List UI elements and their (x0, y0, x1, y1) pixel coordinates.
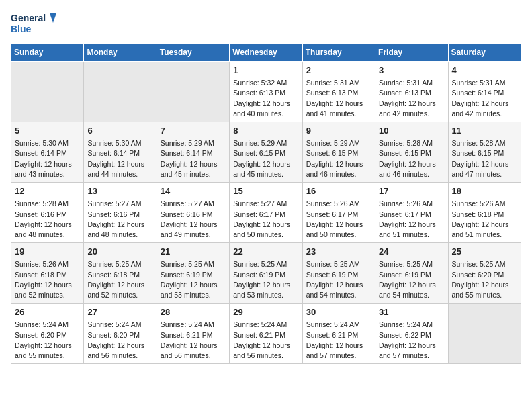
calendar-cell: 22Sunrise: 5:25 AM Sunset: 6:19 PM Dayli… (230, 243, 302, 304)
day-number: 20 (87, 246, 152, 258)
day-detail: Sunrise: 5:24 AM Sunset: 6:21 PM Dayligh… (161, 320, 226, 361)
calendar-cell: 30Sunrise: 5:24 AM Sunset: 6:21 PM Dayli… (302, 304, 375, 364)
day-detail: Sunrise: 5:31 AM Sunset: 6:13 PM Dayligh… (379, 78, 444, 119)
day-detail: Sunrise: 5:29 AM Sunset: 6:14 PM Dayligh… (161, 138, 226, 179)
calendar-cell: 13Sunrise: 5:27 AM Sunset: 6:16 PM Dayli… (84, 183, 157, 243)
day-detail: Sunrise: 5:31 AM Sunset: 6:14 PM Dayligh… (452, 78, 517, 119)
svg-text:General: General (11, 13, 46, 24)
calendar-cell: 17Sunrise: 5:26 AM Sunset: 6:17 PM Dayli… (375, 183, 448, 243)
day-number: 28 (161, 306, 226, 318)
weekday-header: Monday (84, 44, 157, 62)
day-number: 15 (233, 185, 298, 197)
day-number: 7 (161, 125, 226, 137)
calendar-cell: 26Sunrise: 5:24 AM Sunset: 6:20 PM Dayli… (11, 304, 84, 364)
day-number: 23 (306, 246, 371, 258)
logo: General Blue (11, 11, 58, 38)
calendar-cell: 10Sunrise: 5:28 AM Sunset: 6:15 PM Dayli… (375, 122, 448, 183)
weekday-header: Friday (375, 44, 448, 62)
day-number: 8 (233, 125, 298, 137)
weekday-header: Thursday (302, 44, 375, 62)
weekday-header: Tuesday (157, 44, 229, 62)
calendar-cell: 16Sunrise: 5:26 AM Sunset: 6:17 PM Dayli… (302, 183, 375, 243)
day-detail: Sunrise: 5:24 AM Sunset: 6:20 PM Dayligh… (87, 320, 152, 361)
calendar-cell: 28Sunrise: 5:24 AM Sunset: 6:21 PM Dayli… (157, 304, 229, 364)
svg-text:Blue: Blue (11, 24, 32, 34)
day-number: 14 (161, 185, 226, 197)
day-detail: Sunrise: 5:29 AM Sunset: 6:15 PM Dayligh… (306, 138, 371, 179)
calendar-cell: 8Sunrise: 5:29 AM Sunset: 6:15 PM Daylig… (230, 122, 302, 183)
calendar-week-row: 1Sunrise: 5:32 AM Sunset: 6:13 PM Daylig… (11, 62, 521, 122)
day-number: 12 (15, 185, 80, 197)
calendar-cell: 15Sunrise: 5:27 AM Sunset: 6:17 PM Dayli… (230, 183, 302, 243)
day-number: 5 (15, 125, 80, 137)
day-detail: Sunrise: 5:28 AM Sunset: 6:16 PM Dayligh… (15, 199, 80, 240)
day-detail: Sunrise: 5:31 AM Sunset: 6:13 PM Dayligh… (306, 78, 371, 119)
day-number: 16 (306, 185, 371, 197)
day-detail: Sunrise: 5:29 AM Sunset: 6:15 PM Dayligh… (233, 138, 298, 179)
calendar-cell: 12Sunrise: 5:28 AM Sunset: 6:16 PM Dayli… (11, 183, 84, 243)
day-detail: Sunrise: 5:25 AM Sunset: 6:19 PM Dayligh… (161, 259, 226, 300)
calendar-week-row: 26Sunrise: 5:24 AM Sunset: 6:20 PM Dayli… (11, 304, 521, 364)
calendar-cell: 29Sunrise: 5:24 AM Sunset: 6:21 PM Dayli… (230, 304, 302, 364)
day-number: 17 (379, 185, 444, 197)
svg-marker-2 (50, 13, 56, 23)
calendar-cell: 9Sunrise: 5:29 AM Sunset: 6:15 PM Daylig… (302, 122, 375, 183)
calendar-cell: 27Sunrise: 5:24 AM Sunset: 6:20 PM Dayli… (84, 304, 157, 364)
day-number: 11 (452, 125, 517, 137)
day-number: 4 (452, 64, 517, 77)
day-number: 6 (87, 125, 152, 137)
day-detail: Sunrise: 5:25 AM Sunset: 6:19 PM Dayligh… (306, 259, 371, 300)
day-detail: Sunrise: 5:32 AM Sunset: 6:13 PM Dayligh… (233, 78, 298, 119)
logo-svg: General Blue (11, 11, 58, 38)
calendar-cell: 19Sunrise: 5:26 AM Sunset: 6:18 PM Dayli… (11, 243, 84, 304)
day-detail: Sunrise: 5:24 AM Sunset: 6:22 PM Dayligh… (379, 320, 444, 361)
weekday-header: Saturday (448, 44, 521, 62)
calendar-cell: 11Sunrise: 5:28 AM Sunset: 6:15 PM Dayli… (448, 122, 521, 183)
weekday-header: Sunday (11, 44, 84, 62)
calendar-cell: 18Sunrise: 5:26 AM Sunset: 6:18 PM Dayli… (448, 183, 521, 243)
calendar-week-row: 12Sunrise: 5:28 AM Sunset: 6:16 PM Dayli… (11, 183, 521, 243)
day-number: 1 (233, 64, 298, 77)
day-detail: Sunrise: 5:28 AM Sunset: 6:15 PM Dayligh… (379, 138, 444, 179)
calendar-week-row: 5Sunrise: 5:30 AM Sunset: 6:14 PM Daylig… (11, 122, 521, 183)
day-number: 26 (15, 306, 80, 318)
day-number: 29 (233, 306, 298, 318)
calendar-cell (157, 62, 229, 122)
day-detail: Sunrise: 5:26 AM Sunset: 6:18 PM Dayligh… (15, 259, 80, 300)
day-detail: Sunrise: 5:26 AM Sunset: 6:18 PM Dayligh… (452, 199, 517, 240)
day-detail: Sunrise: 5:25 AM Sunset: 6:18 PM Dayligh… (87, 259, 152, 300)
day-number: 22 (233, 246, 298, 258)
day-number: 2 (306, 64, 371, 77)
calendar-table: SundayMondayTuesdayWednesdayThursdayFrid… (11, 43, 521, 364)
day-number: 25 (452, 246, 517, 258)
day-detail: Sunrise: 5:27 AM Sunset: 6:16 PM Dayligh… (161, 199, 226, 240)
day-detail: Sunrise: 5:24 AM Sunset: 6:21 PM Dayligh… (306, 320, 371, 361)
calendar-cell: 31Sunrise: 5:24 AM Sunset: 6:22 PM Dayli… (375, 304, 448, 364)
day-detail: Sunrise: 5:24 AM Sunset: 6:21 PM Dayligh… (233, 320, 298, 361)
calendar-cell: 23Sunrise: 5:25 AM Sunset: 6:19 PM Dayli… (302, 243, 375, 304)
calendar-cell: 21Sunrise: 5:25 AM Sunset: 6:19 PM Dayli… (157, 243, 229, 304)
day-detail: Sunrise: 5:25 AM Sunset: 6:20 PM Dayligh… (452, 259, 517, 300)
day-number: 30 (306, 306, 371, 318)
calendar-cell: 5Sunrise: 5:30 AM Sunset: 6:14 PM Daylig… (11, 122, 84, 183)
day-number: 21 (161, 246, 226, 258)
day-detail: Sunrise: 5:27 AM Sunset: 6:16 PM Dayligh… (87, 199, 152, 240)
weekday-header: Wednesday (230, 44, 302, 62)
day-detail: Sunrise: 5:25 AM Sunset: 6:19 PM Dayligh… (379, 259, 444, 300)
day-number: 3 (379, 64, 444, 77)
calendar-cell (84, 62, 157, 122)
calendar-cell (11, 62, 84, 122)
page-header: General Blue (11, 11, 521, 38)
day-number: 27 (87, 306, 152, 318)
day-detail: Sunrise: 5:30 AM Sunset: 6:14 PM Dayligh… (87, 138, 152, 179)
day-detail: Sunrise: 5:26 AM Sunset: 6:17 PM Dayligh… (306, 199, 371, 240)
day-number: 9 (306, 125, 371, 137)
day-detail: Sunrise: 5:25 AM Sunset: 6:19 PM Dayligh… (233, 259, 298, 300)
calendar-cell (448, 304, 521, 364)
day-detail: Sunrise: 5:28 AM Sunset: 6:15 PM Dayligh… (452, 138, 517, 179)
day-number: 18 (452, 185, 517, 197)
calendar-cell: 24Sunrise: 5:25 AM Sunset: 6:19 PM Dayli… (375, 243, 448, 304)
day-number: 19 (15, 246, 80, 258)
day-number: 24 (379, 246, 444, 258)
calendar-cell: 25Sunrise: 5:25 AM Sunset: 6:20 PM Dayli… (448, 243, 521, 304)
